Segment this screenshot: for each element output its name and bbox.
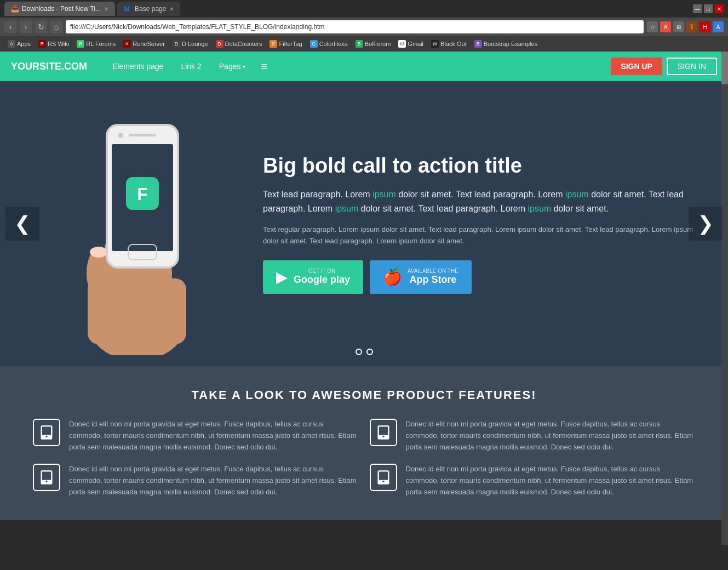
runeserver-icon: ✕ [123,40,131,48]
tab-favicon-downloads: 📥 [11,5,19,13]
colorhexa-icon: C [310,40,318,48]
bookmark-bootstrap[interactable]: B Bootstrap Examples [471,39,541,49]
highlight-ipsum-4: ipsum [528,204,552,213]
filtertag-icon: F [270,40,277,48]
bookmark-dotacounters[interactable]: D DotaCounters [213,39,266,49]
nav-pages-label: Pages [219,62,241,71]
bookmark-dlounge[interactable]: D D Lounge [169,39,211,49]
scrollbar-thumb[interactable] [721,52,728,84]
blackout-icon: W [431,40,439,48]
highlight-ipsum-3: ipsum [335,204,359,213]
feature-icon-4 [370,464,397,491]
website-content: YOURSITE.COM Elements page Link 2 Pages … [0,52,728,520]
hero-regular-paragraph: Text regular paragraph. Lorem ipsum dolo… [263,224,695,247]
nav-icons: ☆ A ⊞ T H A [647,21,724,32]
gmail-icon: M [398,40,406,48]
dlounge-icon: D [173,40,180,48]
bookmark-colorhexa[interactable]: C ColorHexa [307,39,351,49]
bookmark-rlforums[interactable]: R RL Forums [73,39,119,49]
reload-button[interactable]: ↻ [35,21,47,33]
tab-label-base: Base page [135,5,166,13]
svg-point-18 [118,133,123,138]
bookmark-bootstrap-label: Bootstrap Examples [484,41,537,47]
app-store-button[interactable]: 🍎 AVAILABLE ON THE App Store [370,260,472,294]
hero-section: ❮ [0,81,728,366]
svg-rect-17 [129,134,156,136]
forward-button[interactable]: › [20,21,32,33]
navigation-bar: ‹ › ↻ ⌂ ☆ A ⊞ T H A [0,18,728,36]
bookmark-blackout-label: Black Out [440,41,467,47]
feature-item-4: Donec id elit non mi porta gravida at eg… [370,464,696,498]
dotacounters-icon: D [216,40,223,48]
feature-icon-2 [370,419,397,446]
app-store-text: AVAILABLE ON THE App Store [408,268,458,286]
site-logo[interactable]: YOURSITE.COM [11,61,87,72]
features-section: TAKE A LOOK TO AWESOME PRODUCT FEATURES!… [0,366,728,520]
adblock-icon[interactable]: A [660,21,671,32]
nav-elements-page[interactable]: Elements page [104,52,172,81]
feature-item-2: Donec id elit non mi porta gravida at eg… [370,419,696,453]
nav-right-buttons: SIGN UP SIGN IN [611,58,717,75]
nav-link2[interactable]: Link 2 [172,52,210,81]
hero-next-button[interactable]: ❯ [689,207,723,241]
apple-icon: 🍎 [383,268,402,286]
signin-button[interactable]: SIGN IN [667,58,717,75]
google-play-icon: ▶ [276,268,288,286]
url-input[interactable] [66,20,644,33]
feature-item-3: Donec id elit non mi porta gravida at eg… [33,464,359,498]
carousel-dot-1[interactable] [356,349,362,355]
star-icon[interactable]: ☆ [647,21,658,32]
bookmark-apps-label: Apps [17,41,31,47]
tab-close-downloads[interactable]: ✕ [104,6,108,12]
hero-prev-button[interactable]: ❮ [5,207,39,241]
maximize-button[interactable]: □ [704,4,713,13]
bolforum-icon: B [356,40,363,48]
bookmarks-bar: A Apps R RS Wiki R RL Forums ✕ RuneServe… [0,36,728,52]
tab-basepage[interactable]: M Base page ✕ [117,2,180,16]
nav-pages[interactable]: Pages ▾ [210,52,255,81]
bookmark-bolforum-label: BolForum [365,41,391,47]
bookmark-dotacounters-label: DotaCounters [225,41,262,47]
bookmark-rswiki[interactable]: R RS Wiki [35,39,72,49]
svg-text:F: F [137,184,148,204]
phone-illustration: F [55,92,219,355]
tab-downloads[interactable]: 📥 Downloads - Post New Ti... ✕ [4,2,115,16]
features-grid: Donec id elit non mi porta gravida at eg… [33,419,695,498]
carousel-dot-2[interactable] [366,349,373,355]
bookmark-filtertag[interactable]: F FilterTag [266,39,305,49]
back-button[interactable]: ‹ [4,21,16,33]
hero-lead-paragraph: Text lead paragraph. Lorem ipsum dolor s… [263,187,695,215]
rswiki-icon: R [38,40,46,48]
scrollbar[interactable] [721,52,728,520]
bookmark-dlounge-label: D Lounge [182,41,208,47]
bookmark-runeserver-label: RuneServer [133,41,165,47]
tab-close-base[interactable]: ✕ [169,6,174,12]
feature-icon-1 [33,419,60,446]
extension-icon-1[interactable]: ⊞ [673,21,684,32]
bootstrap-icon: B [474,40,482,48]
bookmark-apps[interactable]: A Apps [4,39,34,49]
google-play-button[interactable]: ▶ GET IT ON Google play [263,260,363,294]
google-play-text: GET IT ON Google play [294,268,350,286]
tab-favicon-base: M [124,5,131,13]
tablet-icon-4 [376,470,391,485]
hamburger-menu[interactable]: ≡ [254,60,274,73]
extension-icon-4[interactable]: A [713,21,724,32]
extension-icon-3[interactable]: H [700,21,710,32]
rlforums-icon: R [77,40,84,48]
bookmark-filtertag-label: FilterTag [279,41,302,47]
tab-label-downloads: Downloads - Post New Ti... [22,5,101,13]
extension-icon-2[interactable]: T [686,21,697,32]
bookmark-bolforum[interactable]: B BolForum [352,39,394,49]
close-button[interactable]: ✕ [715,4,724,13]
pages-dropdown-icon: ▾ [243,64,245,70]
highlight-ipsum-2: ipsum [565,190,589,199]
bookmark-gmail[interactable]: M Gmail [395,39,427,49]
minimize-button[interactable]: — [693,4,702,13]
signup-button[interactable]: SIGN UP [611,58,662,75]
site-nav-links: Elements page Link 2 Pages ▾ ≡ [104,52,274,81]
bookmark-runeserver[interactable]: ✕ RuneServer [120,39,168,49]
home-button[interactable]: ⌂ [50,21,62,33]
feature-text-1: Donec id elit non mi porta gravida at eg… [69,419,359,453]
bookmark-blackout[interactable]: W Black Out [428,39,470,49]
